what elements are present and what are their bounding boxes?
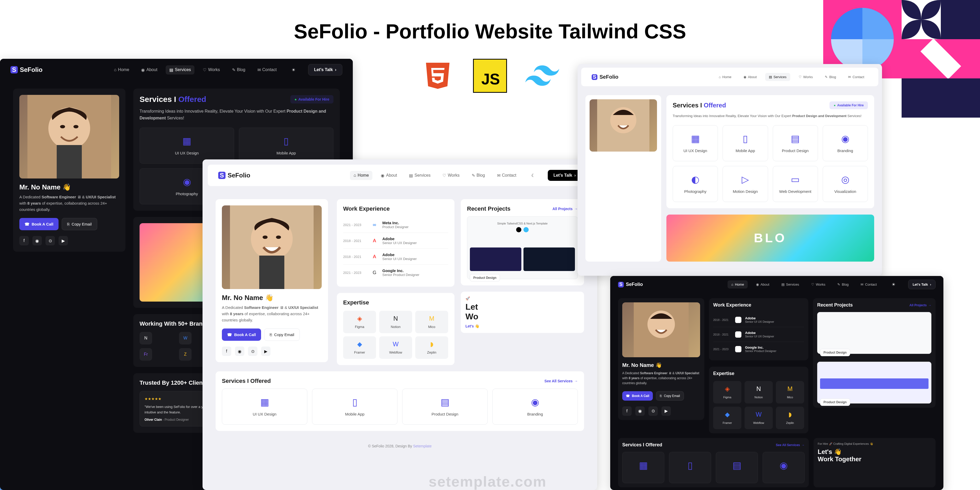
all-projects-link[interactable]: All Projects→ (910, 304, 931, 307)
nav-contact[interactable]: ✉Contact (857, 280, 880, 288)
youtube-icon[interactable]: ▶ (261, 347, 270, 356)
nav-home[interactable]: ⌂Home (715, 73, 735, 81)
work-experience-section: Work Experience 2021 - 2023 ∞ Meta Inc.P… (337, 199, 455, 287)
nav-services[interactable]: ▤Services (765, 73, 790, 81)
profile-description: A Dedicated Software Engineer 🖥 & UX/UI … (19, 194, 119, 213)
lets-talk-button[interactable]: Let's Talk› (548, 170, 581, 181)
lets-talk-link[interactable]: Let's 👋 (465, 324, 579, 328)
copy-email-button[interactable]: ⎘Copy Email (264, 328, 300, 341)
github-icon[interactable]: ⊙ (46, 236, 55, 245)
nav-services[interactable]: ▤Services (778, 280, 803, 288)
service-card[interactable]: ◎Visualization (822, 166, 868, 202)
profile-card: Mr. No Name 👋 A Dedicated Software Engin… (618, 298, 704, 420)
nav-works[interactable]: ♡Works (795, 73, 817, 81)
tool-card: ◈Figma (713, 381, 741, 404)
nav-blog[interactable]: ✎Blog (468, 171, 489, 180)
service-card[interactable]: ▤Product Design (773, 125, 818, 161)
project-tag: Product Design (470, 274, 500, 282)
nav-services[interactable]: ▤Services (405, 171, 434, 180)
nav-home[interactable]: ⌂Home (727, 280, 748, 288)
lets-work-teaser: 🚀 LetWo Let's 👋 (461, 292, 584, 333)
nav-works[interactable]: ♡Works (199, 65, 223, 75)
logo[interactable]: SSeFolio (10, 66, 43, 73)
project-thumbnail[interactable]: Product Design (817, 362, 931, 404)
service-card[interactable]: ▯Mobile App (722, 125, 768, 161)
logo[interactable]: SSeFolio (592, 74, 618, 80)
service-card[interactable]: ▦ (622, 452, 664, 483)
theme-toggle[interactable]: ☀ (889, 280, 898, 289)
service-card[interactable]: ▷Motion Design (722, 166, 768, 202)
nav-home[interactable]: ⌂Home (350, 171, 372, 180)
tool-card: ◆Framer (343, 336, 376, 359)
nav-about[interactable]: ◉About (740, 73, 760, 81)
blog-banner[interactable]: BLO (667, 215, 874, 262)
nav-services[interactable]: ▤Services (166, 65, 194, 75)
nav-contact[interactable]: ✉Contact (493, 171, 520, 180)
nav-blog[interactable]: ✎Blog (228, 65, 249, 75)
pinterest-icon[interactable]: ◉ (635, 406, 645, 416)
profile-name: Mr. No Name 👋 (19, 183, 119, 191)
book-call-button[interactable]: ☎Book A Call (222, 328, 261, 341)
svg-rect-27 (259, 256, 284, 289)
copy-email-button[interactable]: ⎘Copy Email (62, 218, 97, 230)
facebook-icon[interactable]: f (222, 347, 231, 356)
see-all-services-link[interactable]: See All Services→ (544, 379, 578, 383)
theme-toggle[interactable]: ☀ (289, 65, 298, 75)
nav-contact[interactable]: ✉Contact (254, 65, 280, 75)
service-card[interactable]: ▤Product Design (402, 388, 488, 425)
github-icon[interactable]: ⊙ (648, 406, 658, 416)
services-description: Transforming Ideas into Innovative Reali… (140, 108, 334, 121)
pinterest-icon[interactable]: ◉ (32, 236, 42, 245)
all-projects-link[interactable]: All Projects→ (552, 207, 578, 211)
facebook-icon[interactable]: f (19, 236, 29, 245)
logo[interactable]: SSeFolio (218, 172, 250, 179)
nav-about[interactable]: ◉About (377, 171, 401, 180)
services-section: Services I Offered ●Available For Hire T… (667, 95, 874, 208)
github-icon[interactable]: ⊙ (248, 347, 258, 356)
facebook-icon[interactable]: f (622, 406, 632, 416)
nav-home[interactable]: ⌂Home (110, 65, 133, 75)
nav-blog[interactable]: ✎Blog (834, 280, 852, 288)
see-all-services-link[interactable]: See All Services→ (776, 443, 805, 447)
project-thumbnail[interactable]: Simple TailwindCSS & Next.js Template Pr… (467, 216, 578, 279)
available-pill: ●Available For Hire (290, 95, 334, 103)
service-card[interactable]: ▯ (669, 452, 711, 483)
profile-photo (590, 99, 657, 151)
service-card[interactable]: ◉Branding (822, 125, 868, 161)
nav-blog[interactable]: ✎Blog (821, 73, 840, 81)
adobe-icon: A (735, 331, 741, 338)
service-card[interactable]: ◐Photography (673, 166, 718, 202)
book-call-button[interactable]: ☎Book A Call (19, 218, 59, 230)
experience-row: 2021 - 2023 ∞ Meta Inc.Product Designer (343, 217, 448, 233)
service-card[interactable]: ▦UI UX Design (222, 388, 307, 425)
nav-contact[interactable]: ✉Contact (844, 73, 868, 81)
project-thumbnail[interactable]: Product Design (817, 312, 931, 354)
book-call-button[interactable]: ☎Book A Call (622, 391, 653, 401)
profile-photo (622, 302, 700, 357)
service-card[interactable]: ▭Web Development (773, 166, 818, 202)
service-card[interactable]: ▤ (716, 452, 758, 483)
youtube-icon[interactable]: ▶ (662, 406, 671, 416)
copy-email-button[interactable]: ⎘Copy Email (656, 391, 684, 401)
work-experience-section: Work Experience 2018 - 2021 A AdobeSenio… (709, 298, 808, 360)
pinterest-icon[interactable]: ◉ (235, 347, 244, 356)
footer-link[interactable]: Setemplate (413, 444, 432, 448)
service-card[interactable]: ▦UI UX Design (140, 127, 234, 164)
svg-point-25 (262, 235, 267, 239)
service-card[interactable]: ▦UI UX Design (673, 125, 718, 161)
logo[interactable]: SSeFolio (618, 282, 643, 288)
service-card[interactable]: ▯Mobile App (312, 388, 398, 425)
lets-work-title: Let's 👋Work Together (818, 448, 931, 463)
service-card[interactable]: ▯Mobile App (239, 127, 334, 164)
theme-toggle[interactable]: ☾ (528, 171, 538, 180)
brand-logo: Fr (140, 348, 152, 361)
nav-works[interactable]: ♡Works (808, 280, 829, 288)
lets-talk-button[interactable]: Let's Talk› (308, 64, 342, 76)
youtube-icon[interactable]: ▶ (59, 236, 68, 245)
nav-works[interactable]: ♡Works (439, 171, 463, 180)
nav-about[interactable]: ◉About (752, 280, 773, 288)
service-card[interactable]: ◉Branding (492, 388, 578, 425)
lets-talk-button[interactable]: Let's Talk› (908, 280, 935, 289)
service-card[interactable]: ◉ (762, 452, 805, 483)
nav-about[interactable]: ◉About (137, 65, 161, 75)
